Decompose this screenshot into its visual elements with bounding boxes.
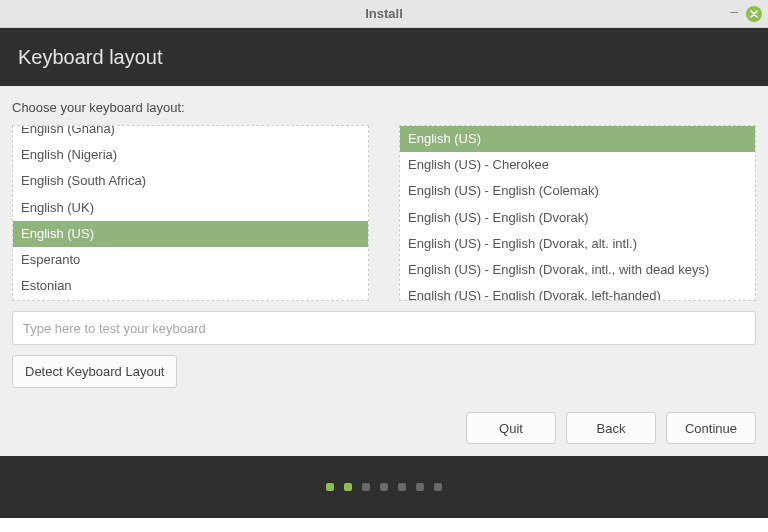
progress-dot: [326, 483, 334, 491]
close-button[interactable]: [746, 6, 762, 22]
list-item[interactable]: Estonian: [13, 273, 368, 299]
progress-dots: [0, 456, 768, 518]
list-item[interactable]: English (UK): [13, 195, 368, 221]
list-item[interactable]: English (US): [13, 221, 368, 247]
detect-keyboard-button[interactable]: Detect Keyboard Layout: [12, 355, 177, 388]
progress-dot: [380, 483, 388, 491]
list-item[interactable]: English (Nigeria): [13, 142, 368, 168]
page-header: Keyboard layout: [0, 28, 768, 86]
language-list[interactable]: English (Ghana)English (Nigeria)English …: [12, 125, 369, 301]
prompt-label: Choose your keyboard layout:: [12, 100, 756, 115]
progress-dot: [362, 483, 370, 491]
nav-buttons: Quit Back Continue: [0, 388, 768, 456]
list-item[interactable]: English (US) - English (Dvorak, intl., w…: [400, 257, 755, 283]
progress-dot: [434, 483, 442, 491]
list-item[interactable]: English (South Africa): [13, 168, 368, 194]
layout-lists: English (Ghana)English (Nigeria)English …: [12, 125, 756, 301]
list-item[interactable]: English (US) - English (Dvorak): [400, 205, 755, 231]
continue-button[interactable]: Continue: [666, 412, 756, 444]
list-item[interactable]: Faroese: [13, 299, 368, 301]
progress-dot: [344, 483, 352, 491]
variant-list[interactable]: English (US)English (US) - CherokeeEngli…: [399, 125, 756, 301]
list-item[interactable]: English (US) - English (Dvorak, left-han…: [400, 283, 755, 301]
list-item[interactable]: English (US) - English (Colemak): [400, 178, 755, 204]
back-button[interactable]: Back: [566, 412, 656, 444]
content-area: Choose your keyboard layout: English (Gh…: [0, 86, 768, 388]
list-item[interactable]: Esperanto: [13, 247, 368, 273]
progress-dot: [398, 483, 406, 491]
list-item[interactable]: English (US): [400, 126, 755, 152]
quit-button[interactable]: Quit: [466, 412, 556, 444]
close-icon: [750, 10, 758, 18]
progress-dot: [416, 483, 424, 491]
titlebar: Install –: [0, 0, 768, 28]
list-item[interactable]: English (US) - Cherokee: [400, 152, 755, 178]
list-item[interactable]: English (Ghana): [13, 125, 368, 142]
minimize-button[interactable]: –: [730, 4, 738, 24]
keyboard-test-input[interactable]: [12, 311, 756, 345]
window-title: Install: [365, 6, 403, 21]
page-title: Keyboard layout: [18, 46, 163, 69]
list-item[interactable]: English (US) - English (Dvorak, alt. int…: [400, 231, 755, 257]
window-controls: –: [730, 4, 762, 24]
